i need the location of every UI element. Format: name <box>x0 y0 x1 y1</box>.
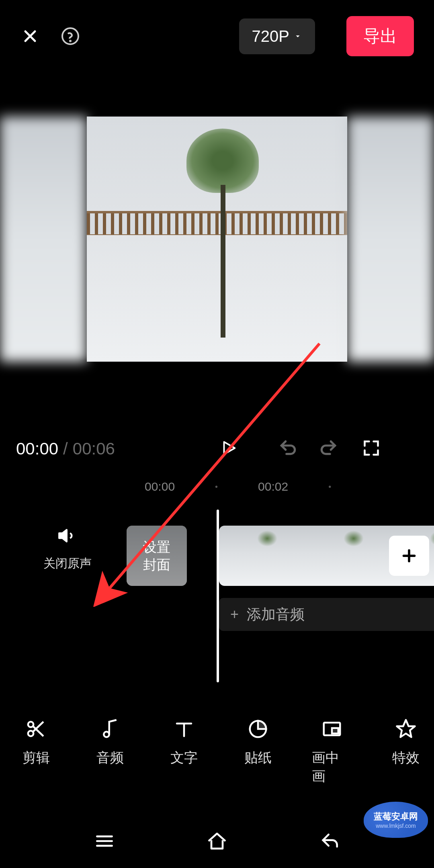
time-total: 00:06 <box>73 439 115 459</box>
export-label: 导出 <box>363 27 397 45</box>
svg-point-4 <box>28 731 34 737</box>
plus-icon <box>400 547 418 565</box>
tool-sticker[interactable]: 贴纸 <box>238 718 278 786</box>
mute-label: 关闭原声 <box>43 555 92 572</box>
svg-rect-8 <box>332 728 338 734</box>
video-preview[interactable] <box>0 117 434 362</box>
speaker-icon <box>57 526 78 547</box>
chevron-down-icon <box>293 32 302 41</box>
redo-button[interactable] <box>318 438 338 460</box>
export-button[interactable]: 导出 <box>346 16 414 56</box>
fullscreen-button[interactable] <box>362 439 380 459</box>
system-back-button[interactable] <box>318 830 341 854</box>
add-clip-button[interactable] <box>389 536 429 576</box>
home-icon <box>206 830 228 852</box>
play-button[interactable] <box>219 439 238 459</box>
close-button[interactable] <box>20 26 40 46</box>
tool-label: 贴纸 <box>244 749 272 767</box>
system-menu-button[interactable] <box>93 830 116 854</box>
ruler-dot: • <box>215 482 218 491</box>
set-cover-button[interactable]: 设置 封面 <box>127 526 187 586</box>
tool-edit[interactable]: 剪辑 <box>16 718 56 786</box>
tool-label: 特效 <box>392 749 420 767</box>
preview-blur-left <box>0 117 87 362</box>
watermark-url: www.lmkjsf.com <box>376 823 416 829</box>
tool-text[interactable]: 文字 <box>164 718 204 786</box>
plus-icon: + <box>230 606 239 623</box>
resolution-dropdown[interactable]: 720P <box>239 18 315 54</box>
clip-frame <box>219 526 305 586</box>
playhead[interactable] <box>217 510 219 682</box>
menu-icon <box>93 830 116 852</box>
preview-blur-right <box>347 117 434 362</box>
tool-effect[interactable]: 特效 <box>386 718 426 786</box>
time-sep: / <box>63 439 68 459</box>
tool-label: 剪辑 <box>23 749 50 767</box>
text-icon <box>173 718 195 740</box>
sticker-icon <box>247 718 269 740</box>
audio-label: 添加音频 <box>247 605 305 624</box>
watermark-badge: 蓝莓安卓网 www.lmkjsf.com <box>364 802 428 838</box>
add-audio-track[interactable]: + 添加音频 <box>219 598 434 631</box>
mute-original-sound-button[interactable]: 关闭原声 <box>43 526 92 572</box>
tool-label: 音频 <box>96 749 124 767</box>
tool-label: 文字 <box>170 749 198 767</box>
picture-in-picture-icon <box>321 718 343 740</box>
tool-label: 画中画 <box>312 749 352 786</box>
help-button[interactable] <box>60 26 80 46</box>
ruler-dot: • <box>328 482 331 491</box>
preview-frame <box>87 117 347 362</box>
ruler-tick-0: 00:00 <box>145 480 175 493</box>
timeline-ruler[interactable]: 00:00 • 00:02 • <box>0 472 434 502</box>
svg-point-3 <box>28 722 34 727</box>
cover-label: 设置 封面 <box>143 538 170 573</box>
ruler-tick-1: 00:02 <box>258 480 288 493</box>
clip-frame <box>305 526 392 586</box>
svg-point-1 <box>70 41 71 41</box>
resolution-label: 720P <box>252 27 289 45</box>
back-icon <box>318 830 341 852</box>
scissors-icon <box>25 718 47 740</box>
time-display: 00:00 / 00:06 <box>16 439 115 459</box>
tool-audio[interactable]: 音频 <box>90 718 130 786</box>
system-home-button[interactable] <box>206 830 228 854</box>
time-current: 00:00 <box>16 439 58 459</box>
tool-pip[interactable]: 画中画 <box>312 718 352 786</box>
undo-button[interactable] <box>278 438 298 460</box>
watermark-text: 蓝莓安卓网 <box>374 811 418 823</box>
star-icon <box>395 718 417 740</box>
music-note-icon <box>99 718 121 740</box>
